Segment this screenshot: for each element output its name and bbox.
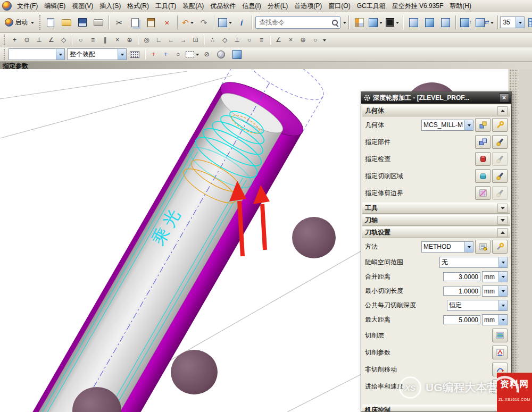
snap-boxed-point-button[interactable]: ⊡	[189, 34, 202, 46]
geometry-parent-combo[interactable]: MCS_MILL-M	[421, 120, 473, 131]
dropdown-arrow[interactable]	[498, 300, 507, 310]
select-part-button[interactable]	[475, 135, 491, 149]
dropdown-arrow[interactable]	[118, 49, 126, 60]
toolbar-grip[interactable]	[4, 35, 6, 45]
edit-geometry-button[interactable]	[492, 118, 508, 132]
display-check-button[interactable]	[492, 152, 508, 166]
merge-distance-unit-combo[interactable]: mm	[482, 271, 508, 282]
menu-view[interactable]: 视图(V)	[69, 1, 96, 12]
undo-button[interactable]: ↶	[180, 15, 196, 30]
common-depth-combo[interactable]: 恒定	[447, 300, 508, 311]
command-search-input[interactable]	[258, 18, 332, 27]
cut-levels-button[interactable]	[492, 329, 508, 342]
no-selection-button[interactable]: ⊘	[201, 48, 213, 61]
hole-bottom-center[interactable]	[171, 350, 218, 394]
select-cut-area-button[interactable]	[475, 169, 491, 183]
select-check-button[interactable]	[475, 152, 491, 166]
forward-button[interactable]: →	[177, 34, 189, 46]
hole-middle[interactable]	[292, 217, 336, 258]
section-machine-control[interactable]: 机床控制	[362, 405, 510, 411]
cutting-parameters-button[interactable]	[492, 346, 508, 359]
view-scale-combo[interactable]: 35	[500, 16, 525, 28]
constraint-angle-button[interactable]: ∠	[272, 34, 285, 46]
max-distance-input[interactable]	[443, 315, 480, 324]
merge-distance-input[interactable]	[443, 272, 480, 281]
orient-view-button[interactable]	[367, 15, 384, 30]
sphere-select-button[interactable]	[213, 48, 229, 61]
wireframe-view-2-button[interactable]	[421, 15, 437, 30]
menu-starsky-plugin[interactable]: 星空外挂 V6.935F	[389, 1, 447, 12]
copy-button[interactable]	[127, 15, 143, 30]
circle-select-button[interactable]: ○	[172, 48, 184, 61]
open-file-button[interactable]	[59, 15, 74, 30]
redo-button[interactable]: ↷	[196, 15, 212, 30]
print-button[interactable]	[90, 15, 106, 30]
create-method-button[interactable]	[475, 240, 491, 254]
method-combo[interactable]: METHOD	[421, 241, 473, 253]
toolbar-grip[interactable]	[4, 49, 6, 60]
dropdown-arrow[interactable]	[56, 49, 64, 60]
keyboard-entry-button[interactable]	[127, 48, 143, 61]
menu-youpin-software[interactable]: 优品软件	[207, 1, 239, 12]
display-cut-area-button[interactable]	[492, 169, 508, 183]
paste-button[interactable]	[143, 15, 159, 30]
dropdown-arrow[interactable]	[516, 17, 524, 28]
max-distance-unit-combo[interactable]: mm	[482, 314, 508, 325]
shaded-display-button[interactable]	[384, 15, 401, 30]
steep-range-combo[interactable]: 无	[439, 257, 508, 268]
snap-bullseye-button[interactable]: ◎	[140, 34, 153, 46]
menu-preferences[interactable]: 首选项(P)	[291, 1, 325, 12]
menu-file[interactable]: 文件(F)	[14, 1, 41, 12]
type-filter-combo[interactable]	[9, 48, 65, 60]
new-file-button[interactable]	[43, 15, 59, 30]
dropdown-arrow[interactable]	[498, 257, 507, 267]
wireframe-view-3-button[interactable]	[437, 15, 453, 30]
snap-grid-button[interactable]	[525, 15, 532, 30]
snap-point-button[interactable]: +	[9, 34, 21, 46]
delete-button[interactable]: ×	[159, 15, 175, 30]
edit-method-button[interactable]	[492, 240, 508, 254]
measure-diamond-button[interactable]: ◇	[219, 34, 231, 46]
menu-gc-toolbox[interactable]: GC工具箱	[354, 1, 389, 12]
snap-perpendicular-button[interactable]: ⊥	[33, 34, 45, 46]
menu-format[interactable]: 格式(R)	[124, 1, 152, 12]
selection-scope-combo[interactable]: 整个装配	[67, 48, 127, 60]
toolbar-grip[interactable]	[39, 15, 40, 30]
dropdown-arrow[interactable]	[464, 242, 473, 252]
display-part-button[interactable]	[492, 135, 508, 149]
snap-midline-button[interactable]: ≡	[87, 34, 99, 46]
graphics-viewport[interactable]: 乘光 深度轮廓加工	[0, 69, 532, 412]
create-geometry-button[interactable]	[475, 118, 491, 132]
measure-points-button[interactable]: ∴	[206, 34, 219, 46]
dropdown-arrow[interactable]	[498, 272, 507, 282]
measure-circle-button[interactable]: ○	[243, 34, 255, 46]
workpiece-cylinder[interactable]: 乘光	[0, 69, 330, 412]
section-path-settings[interactable]: 刀轨设置	[362, 227, 510, 238]
back-button[interactable]: ←	[165, 34, 177, 46]
constraint-cross-button[interactable]: ×	[285, 34, 297, 46]
save-button[interactable]	[74, 15, 90, 30]
menu-insert[interactable]: 插入(S)	[96, 1, 124, 12]
menu-analysis[interactable]: 分析(L)	[264, 1, 292, 12]
dropdown-arrow[interactable]	[498, 315, 507, 325]
part-navigator-button[interactable]	[217, 15, 234, 30]
move-object-button[interactable]: ↑	[458, 15, 474, 30]
cut-button[interactable]: ✂	[111, 15, 127, 30]
select-trim-boundary-button[interactable]	[475, 186, 491, 200]
measure-lines-button[interactable]: ≡	[255, 34, 268, 46]
menu-information[interactable]: 信息(I)	[239, 1, 264, 12]
info-note-button[interactable]: i	[234, 15, 250, 30]
constraint-plus-button[interactable]: ⊕	[297, 34, 309, 46]
menu-edit[interactable]: 编辑(E)	[41, 1, 69, 12]
snap-corner-button[interactable]: ∟	[153, 34, 165, 46]
min-cut-length-input[interactable]	[443, 287, 480, 296]
dialog-title-bar[interactable]: 深度轮廓加工 - [ZLEVEL_PROF... ×	[361, 92, 511, 104]
collapse-chevron-button[interactable]	[497, 228, 508, 237]
start-menu-button[interactable]: 启动	[2, 15, 37, 30]
section-tool-axis[interactable]: 刀轴	[362, 215, 510, 226]
solid-select-button[interactable]	[229, 48, 245, 61]
snap-plus-button[interactable]: +	[160, 48, 172, 61]
window-layout-button[interactable]	[351, 15, 367, 30]
snap-circle-button[interactable]: ○	[74, 34, 87, 46]
menu-help[interactable]: 帮助(H)	[446, 1, 475, 12]
